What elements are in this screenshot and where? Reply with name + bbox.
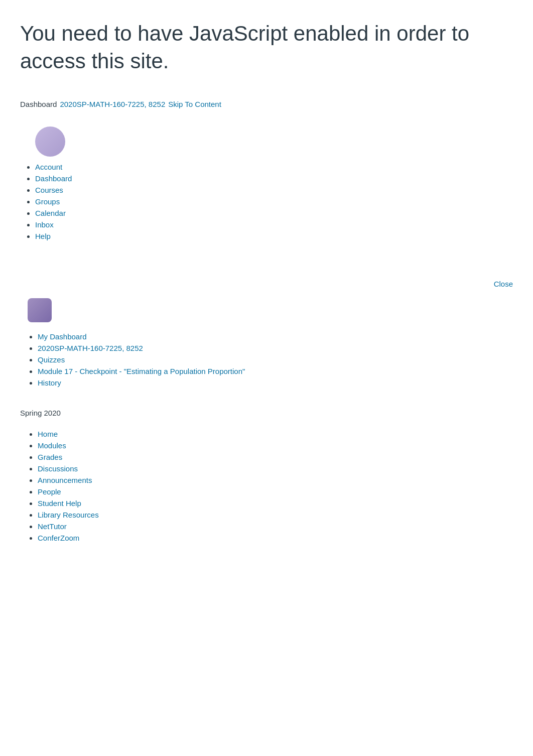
course-section: Spring 2020: [0, 399, 533, 428]
conferzoom-link[interactable]: ConferZoom: [38, 534, 79, 542]
help-link[interactable]: Help: [35, 232, 51, 240]
home-link[interactable]: Home: [38, 430, 58, 438]
course-nav-modules[interactable]: Modules: [38, 440, 513, 451]
nav-item-dashboard[interactable]: Dashboard: [35, 173, 513, 184]
course-nav-library-resources[interactable]: Library Resources: [38, 509, 513, 521]
course-section-label: Spring 2020: [20, 409, 513, 417]
course-nav-conferzoom[interactable]: ConferZoom: [38, 532, 513, 544]
modules-link[interactable]: Modules: [38, 441, 66, 450]
course-nav-discussions[interactable]: Discussions: [38, 463, 513, 474]
courses-link[interactable]: Courses: [35, 186, 63, 194]
nav-item-inbox[interactable]: Inbox: [35, 219, 513, 230]
course-nav-student-help[interactable]: Student Help: [38, 497, 513, 509]
module-link[interactable]: Module 17 - Checkpoint - "Estimating a P…: [38, 367, 245, 375]
breadcrumb-my-dashboard[interactable]: My Dashboard: [38, 331, 513, 342]
nettutor-link[interactable]: NetTutor: [38, 522, 67, 531]
course-nav-nettutor[interactable]: NetTutor: [38, 521, 513, 532]
inbox-link[interactable]: Inbox: [35, 220, 54, 229]
course-nav-grades[interactable]: Grades: [38, 451, 513, 463]
avatar: [35, 127, 65, 157]
page-main-title: You need to have JavaScript enabled in o…: [0, 0, 533, 90]
my-dashboard-link[interactable]: My Dashboard: [38, 332, 87, 341]
grades-link[interactable]: Grades: [38, 453, 62, 461]
announcements-link[interactable]: Announcements: [38, 476, 92, 484]
breadcrumb-module[interactable]: Module 17 - Checkpoint - "Estimating a P…: [38, 365, 513, 377]
avatar-item: [35, 123, 513, 161]
user-avatar-area: [0, 293, 533, 331]
breadcrumb-course-link[interactable]: 2020SP-MATH-160-7225, 8252: [60, 100, 165, 108]
empty-nav-item: [35, 242, 513, 255]
quizzes-link[interactable]: Quizzes: [38, 355, 65, 364]
history-link[interactable]: History: [38, 379, 61, 387]
student-help-link[interactable]: Student Help: [38, 499, 81, 508]
people-link[interactable]: People: [38, 487, 61, 496]
nav-item-calendar[interactable]: Calendar: [35, 207, 513, 219]
calendar-link[interactable]: Calendar: [35, 209, 66, 217]
nav-item-courses[interactable]: Courses: [35, 184, 513, 196]
groups-link[interactable]: Groups: [35, 197, 60, 206]
course-nav-announcements[interactable]: Announcements: [38, 474, 513, 486]
breadcrumb-skip-link[interactable]: Skip To Content: [168, 100, 221, 108]
nav-item-account[interactable]: Account: [35, 161, 513, 173]
discussions-link[interactable]: Discussions: [38, 464, 78, 473]
course-nav-home[interactable]: Home: [38, 428, 513, 440]
breadcrumb-course[interactable]: 2020SP-MATH-160-7225, 8252: [38, 342, 513, 354]
close-button[interactable]: Close: [494, 280, 513, 288]
breadcrumb-dashboard-label: Dashboard: [20, 100, 57, 108]
nav-item-groups[interactable]: Groups: [35, 196, 513, 207]
dashboard-link[interactable]: Dashboard: [35, 174, 72, 183]
breadcrumb: Dashboard 2020SP-MATH-160-7225, 8252 Ski…: [0, 90, 533, 118]
account-link[interactable]: Account: [35, 163, 62, 171]
nav-item-help[interactable]: Help: [35, 230, 513, 242]
global-nav: Account Dashboard Courses Groups Calenda…: [0, 118, 533, 265]
library-resources-link[interactable]: Library Resources: [38, 511, 99, 519]
avatar-small: [28, 298, 52, 322]
breadcrumb-history[interactable]: History: [38, 377, 513, 389]
course-nav: Home Modules Grades Discussions Announce…: [0, 428, 533, 559]
breadcrumb-quizzes[interactable]: Quizzes: [38, 354, 513, 365]
course-nav-people[interactable]: People: [38, 486, 513, 497]
close-button-area: Close: [0, 275, 533, 293]
breadcrumb-nav: My Dashboard 2020SP-MATH-160-7225, 8252 …: [0, 331, 533, 399]
course-link[interactable]: 2020SP-MATH-160-7225, 8252: [38, 344, 143, 352]
